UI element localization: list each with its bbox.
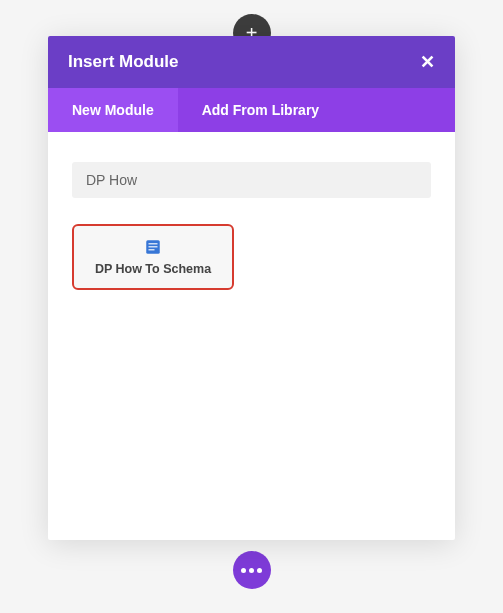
svg-rect-3 xyxy=(149,249,155,250)
modal-tabs: New Module Add From Library xyxy=(48,88,455,132)
dot-icon xyxy=(241,568,246,573)
module-tile-dp-how-to-schema[interactable]: DP How To Schema xyxy=(72,224,234,290)
modal-title: Insert Module xyxy=(68,52,179,72)
module-search-input[interactable] xyxy=(72,162,431,198)
module-label: DP How To Schema xyxy=(82,262,224,276)
tab-new-module[interactable]: New Module xyxy=(48,88,178,132)
dot-icon xyxy=(249,568,254,573)
dot-icon xyxy=(257,568,262,573)
tab-add-from-library[interactable]: Add From Library xyxy=(178,88,343,132)
modal-header: Insert Module ✕ xyxy=(48,36,455,88)
svg-rect-2 xyxy=(149,246,158,247)
modal-body: DP How To Schema xyxy=(48,132,455,320)
close-button[interactable]: ✕ xyxy=(420,53,435,71)
close-icon: ✕ xyxy=(420,52,435,72)
page-actions-button[interactable] xyxy=(233,551,271,589)
insert-module-modal: Insert Module ✕ New Module Add From Libr… xyxy=(48,36,455,540)
document-icon xyxy=(144,238,162,256)
svg-rect-1 xyxy=(149,243,158,244)
